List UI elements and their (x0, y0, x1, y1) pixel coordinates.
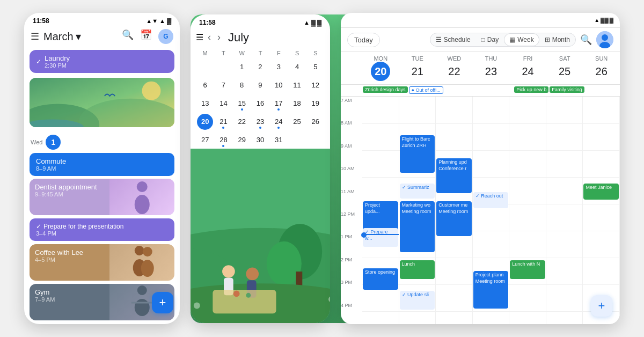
day-col-sun: Meet Janice (583, 97, 620, 324)
cal-day-15[interactable]: 15 (234, 96, 250, 112)
event-prepare[interactable]: ✓ Prepare for the presentation 3–4 PM (30, 218, 174, 241)
fab-button[interactable]: + (591, 295, 612, 317)
next-month-button[interactable]: › (215, 31, 223, 44)
weekday-headers: M T W T F S S (196, 48, 325, 58)
cal-day-8[interactable]: 8 (234, 77, 250, 93)
event-store-opening[interactable]: Store opening (363, 268, 398, 290)
cal-day-16[interactable]: 16 (252, 96, 268, 112)
cal-day-5[interactable]: 5 (308, 59, 324, 75)
cal-day-1[interactable]: 1 (234, 59, 250, 75)
event-update-slide[interactable]: ✓ Update sli (400, 291, 435, 310)
cal-day-10[interactable]: 10 (270, 77, 287, 93)
calendar-days: 1 2 3 4 5 6 7 8 9 10 11 12 13 14 15 16 1… (196, 58, 325, 149)
event-family[interactable]: Family visiting (550, 86, 584, 93)
cal-day-20-today[interactable]: 20 (197, 114, 213, 130)
week-day-fri[interactable]: Fri 24 (509, 55, 546, 81)
cal-day-22[interactable]: 22 (234, 114, 250, 130)
event-overlay: Dentist appointment 9–9:45 AM (30, 179, 116, 215)
cal-day-18[interactable]: 18 (289, 96, 305, 112)
event-zurich[interactable]: Zürich design days (363, 86, 408, 93)
event-meet-janice[interactable]: Meet Janice (583, 184, 619, 200)
event-flight[interactable]: Flight to BarcZürich ZRH (400, 135, 435, 173)
cal-day-2[interactable]: 2 (252, 59, 268, 75)
cal-day-21[interactable]: 21 (215, 114, 231, 130)
tablet-toolbar: Today ☰ Schedule □ Day ▦ Week ⊞ Month (341, 28, 620, 52)
cal-day-25[interactable]: 25 (289, 114, 305, 130)
day-col-mon: Project upda... ✓ Prepare w... Store ope… (362, 97, 399, 324)
schedule-content: ✓ Laundry 2:30 PM March 2023 (24, 48, 180, 324)
week-view-button[interactable]: ▦ Week (504, 33, 539, 46)
month-title[interactable]: March ▾ (43, 30, 118, 43)
week-day-tue[interactable]: Tue 21 (399, 55, 436, 81)
calendar-view-icon[interactable]: 📅 (140, 29, 152, 44)
battery-icon: ▓ (167, 18, 171, 24)
event-coffee[interactable]: Coffee with Lee 4–5 PM (30, 244, 174, 281)
event-lunch-n[interactable]: Lunch with N (510, 260, 545, 279)
cal-day-14[interactable]: 14 (215, 96, 231, 112)
cal-day-13[interactable]: 13 (197, 96, 213, 112)
avatar[interactable] (596, 31, 613, 48)
all-day-label (341, 86, 362, 95)
cal-day-30[interactable]: 30 (252, 132, 268, 148)
search-icon[interactable]: 🔍 (122, 29, 134, 44)
event-planning[interactable]: Planning updConference r (436, 158, 472, 193)
cal-day-26[interactable]: 26 (308, 114, 324, 130)
week-day-sun[interactable]: Sun 26 (583, 55, 620, 81)
week-day-wed[interactable]: Wed 22 (436, 55, 473, 81)
cal-day-24[interactable]: 24 (270, 114, 287, 130)
event-reach-out[interactable]: ✓ Reach out (473, 192, 509, 208)
event-summarize[interactable]: ✓ Summariz (400, 184, 435, 199)
event-dentist[interactable]: Dentist appointment 9–9:45 AM (30, 179, 174, 215)
battery-icon: ▓ (317, 19, 321, 26)
event-commute[interactable]: Commute 8–9 AM (30, 153, 174, 176)
cal-day-29[interactable]: 29 (234, 132, 250, 148)
week-day-sat[interactable]: Sat 25 (546, 55, 583, 81)
cal-day-19[interactable]: 19 (308, 96, 324, 112)
event-lunch[interactable]: Lunch (400, 260, 435, 279)
event-marketing[interactable]: Marketing woMeeting room (400, 201, 435, 252)
check-circle-icon: ✓ (36, 223, 41, 230)
today-button[interactable]: Today (347, 33, 380, 47)
event-out-of-office[interactable]: ● Out of offi... (409, 86, 443, 94)
weekday-fri: F (269, 50, 288, 56)
svg-point-24 (246, 267, 259, 280)
schedule-view-button[interactable]: ☰ Schedule (430, 33, 476, 46)
cal-day-4[interactable]: 4 (289, 59, 305, 75)
cal-day-27[interactable]: 27 (197, 132, 213, 148)
month-icon: ⊞ (545, 36, 550, 43)
all-day-col-wed (444, 86, 479, 95)
cal-day-11[interactable]: 11 (289, 77, 305, 93)
cal-day-23[interactable]: 23 (252, 114, 268, 130)
cal-day-17[interactable]: 17 (270, 96, 287, 112)
event-project-plan[interactable]: Project plannMeeting room (473, 271, 509, 309)
cal-day-9[interactable]: 9 (252, 77, 268, 93)
cal-day-31[interactable]: 31 (270, 132, 287, 148)
event-laundry[interactable]: ✓ Laundry 2:30 PM (30, 50, 174, 73)
cal-day-12[interactable]: 12 (308, 77, 324, 93)
avatar[interactable]: G (158, 29, 173, 44)
schedule-icon: ☰ (436, 36, 442, 43)
week-day-mon[interactable]: Mon 20 (362, 55, 399, 81)
menu-icon[interactable]: ☰ (31, 31, 39, 42)
all-day-col-mon: Zürich design days (362, 86, 408, 95)
event-pickup[interactable]: Pick up new b (514, 86, 548, 93)
day-col-sat (546, 97, 583, 324)
cal-day-3[interactable]: 3 (270, 59, 287, 75)
svg-point-11 (137, 285, 147, 295)
event-photo (109, 179, 175, 215)
month-view-button[interactable]: ⊞ Month (539, 33, 575, 46)
weekday-tue: T (214, 50, 232, 56)
cal-day-6[interactable]: 6 (197, 77, 213, 93)
all-day-col-sat: Family visiting (549, 86, 585, 95)
day-view-button[interactable]: □ Day (476, 33, 504, 46)
menu-icon[interactable]: ☰ (196, 32, 203, 42)
time-4pm: 4 PM (341, 302, 362, 324)
week-day-thu[interactable]: Thu 23 (473, 55, 510, 81)
prev-month-button[interactable]: ‹ (206, 31, 213, 44)
search-icon[interactable]: 🔍 (580, 34, 592, 46)
phone1-schedule: 11:58 ▲▼ ▲ ▓ ☰ March ▾ 🔍 📅 G ✓ Laundry 2… (24, 13, 180, 324)
fab-button[interactable]: + (152, 292, 173, 313)
event-customer-meeting[interactable]: Customer meMeeting room (436, 201, 472, 236)
cal-day-28[interactable]: 28 (215, 132, 231, 148)
cal-day-7[interactable]: 7 (215, 77, 231, 93)
